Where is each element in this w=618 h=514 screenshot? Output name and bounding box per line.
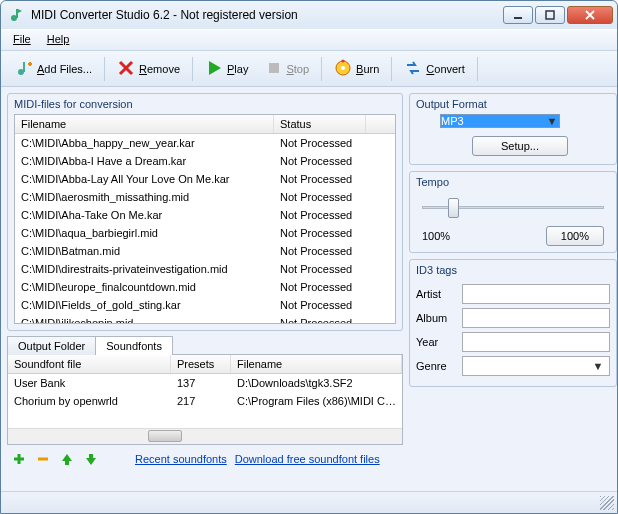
tempo-group: Tempo 100% 100% [409,171,617,253]
col-sf-filename[interactable]: Filename [231,355,402,373]
tab-soundfonts[interactable]: Soundfonts [95,336,173,355]
cell-status: Not Processed [274,316,366,323]
files-header[interactable]: Filename Status [15,115,395,134]
chevron-down-icon: ▼ [545,115,559,127]
year-input[interactable] [462,332,610,352]
col-status[interactable]: Status [274,115,366,133]
cell-status: Not Processed [274,280,366,294]
table-row[interactable]: C:\MIDI\direstraits-privateinvestigation… [15,260,395,278]
tempo-heading: Tempo [416,176,610,192]
table-row[interactable]: C:\MIDI\Abba-Lay All Your Love On Me.kar… [15,170,395,188]
menu-file[interactable]: File [5,30,39,50]
play-button[interactable]: Play [197,55,256,83]
maximize-button[interactable] [535,6,565,24]
format-dropdown[interactable]: MP3 ▼ [440,114,560,128]
add-soundfont-button[interactable] [11,451,27,467]
cell-status: Not Processed [274,154,366,168]
cell-status: Not Processed [274,298,366,312]
table-row[interactable]: User Bank137D:\Downloads\tgk3.SF2 [8,374,402,392]
toolbar-separator [391,57,392,81]
cell-filename: C:\MIDI\Abba-I Have a Dream.kar [15,154,274,168]
remove-button[interactable]: Remove [109,55,188,83]
output-format-group: Output Format MP3 ▼ Setup... [409,93,617,165]
convert-label: Convert [426,63,465,75]
cell-filename: C:\MIDI\Batman.mid [15,244,274,258]
recent-soundfonts-link[interactable]: Recent soundfonts [135,453,227,465]
burn-label: Burn [356,63,379,75]
toolbar-separator [192,57,193,81]
app-icon [9,7,25,23]
burn-button[interactable]: Burn [326,55,387,83]
cell-sf-filename: C:\Program Files (x86)\MIDI Conver... [231,394,402,408]
id3-heading: ID3 tags [416,264,610,280]
soundfonts-header[interactable]: Soundfont file Presets Filename [8,355,402,374]
slider-thumb[interactable] [448,198,459,218]
move-up-button[interactable] [59,451,75,467]
cell-sf: User Bank [8,376,171,390]
statusbar [1,491,617,513]
setup-button[interactable]: Setup... [472,136,568,156]
x-icon [117,59,135,79]
album-label: Album [416,312,456,324]
stop-icon [266,60,282,78]
tempo-reset-button[interactable]: 100% [546,226,604,246]
titlebar[interactable]: MIDI Converter Studio 6.2 - Not register… [1,1,617,29]
move-down-button[interactable] [83,451,99,467]
app-window: MIDI Converter Studio 6.2 - Not register… [0,0,618,514]
scroll-thumb[interactable] [148,430,182,442]
output-format-heading: Output Format [416,98,610,114]
table-row[interactable]: C:\MIDI\aqua_barbiegirl.midNot Processed [15,224,395,242]
cell-status: Not Processed [274,208,366,222]
music-plus-icon [15,59,33,79]
cell-filename: C:\MIDI\aerosmith_missathing.mid [15,190,274,204]
table-row[interactable]: C:\MIDI\Abba_happy_new_year.karNot Proce… [15,134,395,152]
client-area: MIDI-files for conversion Filename Statu… [1,87,617,491]
col-soundfont-file[interactable]: Soundfont file [8,355,171,373]
tab-output-folder[interactable]: Output Folder [7,336,96,355]
convert-icon [404,59,422,79]
stop-button[interactable]: Stop [258,56,317,82]
horizontal-scrollbar[interactable] [8,428,402,444]
close-button[interactable] [567,6,613,24]
soundfont-actions: Recent soundfonts Download free soundfon… [7,445,403,473]
table-row[interactable]: C:\MIDI\Fields_of_gold_sting.karNot Proc… [15,296,395,314]
cell-filename: C:\MIDI\direstraits-privateinvestigation… [15,262,274,276]
table-row[interactable]: C:\MIDI\Abba-I Have a Dream.karNot Proce… [15,152,395,170]
files-rows[interactable]: C:\MIDI\Abba_happy_new_year.karNot Proce… [15,134,395,323]
table-row[interactable]: C:\MIDI\ilikechopin.midNot Processed [15,314,395,323]
tabs-container: Output Folder Soundfonts Soundfont file … [7,335,403,473]
col-filename[interactable]: Filename [15,115,274,133]
stop-label: Stop [286,63,309,75]
files-list[interactable]: Filename Status C:\MIDI\Abba_happy_new_y… [14,114,396,324]
table-row[interactable]: Chorium by openwrld217C:\Program Files (… [8,392,402,410]
chevron-down-icon: ▼ [591,360,605,372]
remove-soundfont-button[interactable] [35,451,51,467]
table-row[interactable]: C:\MIDI\europe_finalcountdown.midNot Pro… [15,278,395,296]
toolbar-separator [477,57,478,81]
menu-help[interactable]: Help [39,30,78,50]
tempo-slider[interactable] [422,196,604,222]
soundfonts-list[interactable]: Soundfont file Presets Filename User Ban… [7,354,403,445]
menubar: File Help [1,29,617,51]
download-soundfonts-link[interactable]: Download free soundfont files [235,453,380,465]
add-files-button[interactable]: Add Files... [7,55,100,83]
genre-dropdown[interactable]: ▼ [462,356,610,376]
cell-filename: C:\MIDI\Abba-Lay All Your Love On Me.kar [15,172,274,186]
soundfonts-rows[interactable]: User Bank137D:\Downloads\tgk3.SF2Chorium… [8,374,402,428]
resize-grip[interactable] [600,496,614,510]
table-row[interactable]: C:\MIDI\Batman.midNot Processed [15,242,395,260]
table-row[interactable]: C:\MIDI\Aha-Take On Me.karNot Processed [15,206,395,224]
col-presets[interactable]: Presets [171,355,231,373]
artist-input[interactable] [462,284,610,304]
cell-filename: C:\MIDI\Abba_happy_new_year.kar [15,136,274,150]
table-row[interactable]: C:\MIDI\aerosmith_missathing.midNot Proc… [15,188,395,206]
disc-icon [334,59,352,79]
svg-point-8 [341,66,345,70]
minimize-button[interactable] [503,6,533,24]
convert-button[interactable]: Convert [396,55,473,83]
id3-group: ID3 tags Artist Album Year Genre ▼ [409,259,617,387]
album-input[interactable] [462,308,610,328]
cell-sf: Chorium by openwrld [8,394,171,408]
cell-status: Not Processed [274,262,366,276]
cell-status: Not Processed [274,136,366,150]
